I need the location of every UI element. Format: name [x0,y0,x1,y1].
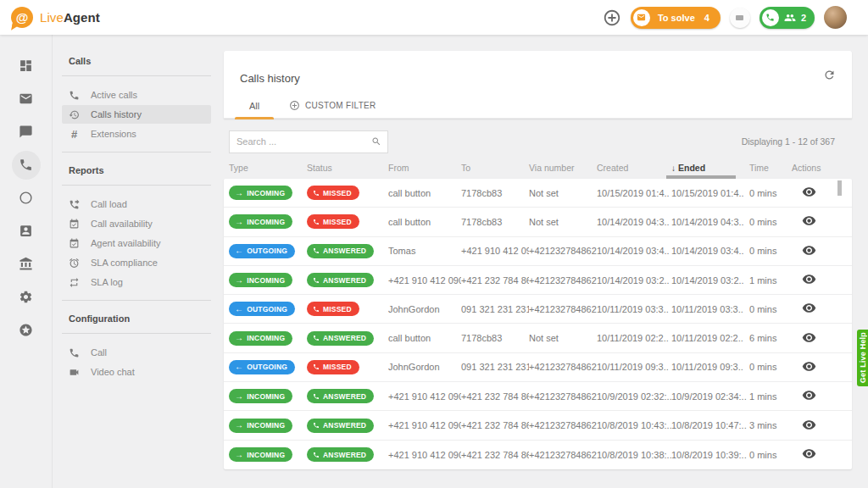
search-input[interactable] [230,136,364,147]
table-row[interactable]: →INCOMING ANSWERED +421 910 412 090 +421… [224,266,852,295]
table-row[interactable]: ←OUTGOING MISSED JohnGordon 091 321 231 … [224,295,852,324]
call-status-button[interactable]: 2 [760,7,815,29]
rail-item-tickets[interactable] [9,82,43,115]
nav-item-active-calls[interactable]: Active calls [62,86,211,104]
table-row[interactable]: ←OUTGOING ANSWERED Tomas +421 910 412 09… [224,237,852,266]
column-header-to[interactable]: To [461,163,529,173]
view-call-button[interactable] [792,330,816,345]
table-row[interactable]: →INCOMING ANSWERED +421 910 412 090 +421… [224,441,852,469]
cell-from: +421 910 412 090 [388,391,461,402]
table-header-row: Type Status From To Via number Created ↓… [224,159,852,176]
status-badge: MISSED [307,186,359,200]
chat-icon [19,125,33,139]
tab-custom-filter[interactable]: CUSTOM FILTER [289,93,376,119]
nav-item-agent-availability[interactable]: Agent availability [62,234,211,252]
refresh-button[interactable] [823,69,836,81]
get-live-help-button[interactable]: Get Live Help [857,330,868,386]
view-call-button[interactable] [792,446,816,461]
view-call-button[interactable] [792,185,816,199]
table-row[interactable]: →INCOMING ANSWERED +421 910 412 090 +421… [224,411,852,440]
column-header-actions: Actions [792,163,852,173]
column-header-time[interactable]: Time [749,163,792,173]
rail-item-settings[interactable] [9,280,43,313]
nav-item-video-chat[interactable]: Video chat [62,363,211,381]
cell-via: Not set [529,333,597,343]
rail-item-contacts[interactable] [9,214,43,247]
type-badge: ←OUTGOING [229,302,295,316]
view-call-button[interactable] [792,243,816,258]
nav-item-call-load[interactable]: Call load [62,195,211,214]
tab-bar: All CUSTOM FILTER [224,93,852,119]
rail-item-companies[interactable] [9,247,43,280]
table-row[interactable]: ←OUTGOING MISSED JohnGordon 091 321 231 … [224,353,852,382]
status-badge: MISSED [307,214,359,229]
table-row[interactable]: →INCOMING MISSED call button 7178cb83 No… [224,179,852,208]
rail-item-calls[interactable] [9,148,43,181]
vertical-scrollbar[interactable] [837,180,842,196]
liveagent-logo[interactable]: @ LiveAgent [11,7,100,28]
topbar-controls: To solve 4 2 [603,6,847,29]
eye-icon [802,446,816,461]
cell-created: 10/11/2019 03:3.. [597,304,671,314]
tab-all[interactable]: All [231,93,278,119]
view-call-button[interactable] [792,359,816,374]
nav-item-call-config[interactable]: Call [62,343,211,362]
view-call-button[interactable] [792,214,816,228]
nav-item-extensions[interactable]: # Extensions [62,125,211,143]
column-header-created[interactable]: Created [597,163,671,173]
cell-time: 1 mins [749,275,792,286]
repeat-icon [69,277,80,288]
column-header-status[interactable]: Status [307,163,388,173]
chats-button[interactable] [730,8,750,28]
add-button[interactable] [603,8,621,27]
cell-ended: 10/11/2019 09:3.. [671,362,749,372]
type-badge: ←OUTGOING [229,360,295,374]
rail-item-academy[interactable] [9,313,43,347]
cell-via: +421232784862 [529,246,597,256]
rail-item-dashboard[interactable] [9,49,43,82]
view-call-button[interactable] [792,418,816,432]
table-row[interactable]: →INCOMING ANSWERED call button 7178cb83 … [224,324,852,352]
gear-icon [19,290,33,304]
nav-item-sla-compliance[interactable]: SLA compliance [62,253,211,272]
divider [62,185,211,186]
direction-arrow-icon: → [235,218,243,226]
column-header-via[interactable]: Via number [529,163,597,173]
view-call-button[interactable] [792,301,816,315]
column-header-ended[interactable]: ↓Ended [671,163,749,173]
cell-to: +421 232 784 862 [461,275,529,286]
view-call-button[interactable] [792,272,816,286]
nav-item-sla-log[interactable]: SLA log [62,273,211,291]
page-title: Calls history [224,51,852,85]
search-button[interactable] [364,131,387,152]
user-avatar[interactable] [824,6,847,29]
eye-icon [802,214,816,228]
column-header-from[interactable]: From [388,163,461,173]
status-badge-label: MISSED [323,363,352,371]
rail-item-social[interactable] [9,181,43,214]
cell-created: 10/11/2019 09:3.. [597,362,671,372]
cell-from: +421 910 412 090 [388,275,461,286]
table-row[interactable]: →INCOMING MISSED call button 7178cb83 No… [224,208,852,236]
chat-lines-icon [736,15,743,20]
sort-desc-icon: ↓ [671,164,676,173]
cell-created: 10/14/2019 03:2.. [597,275,671,286]
table-row[interactable]: →INCOMING ANSWERED +421 910 412 090 +421… [224,382,852,411]
nav-item-calls-history[interactable]: Calls history [62,105,211,124]
mail-icon [19,92,33,106]
star-circle-icon [19,323,33,337]
rail-item-chats[interactable] [9,115,43,148]
status-badge-label: ANSWERED [323,421,366,430]
type-badge: →INCOMING [229,331,292,346]
nav-item-call-availability[interactable]: Call availability [62,214,211,233]
cell-time: 0 mins [749,304,792,314]
eye-icon [802,388,816,402]
cell-via: +421232784862 [529,391,597,402]
cell-ended: 10/14/2019 03:2.. [671,275,749,286]
to-solve-button[interactable]: To solve 4 [631,7,721,29]
circle-icon [19,191,33,205]
type-badge-label: INCOMING [247,392,285,401]
cell-from: call button [388,333,461,343]
column-header-type[interactable]: Type [229,163,307,173]
view-call-button[interactable] [792,388,816,402]
